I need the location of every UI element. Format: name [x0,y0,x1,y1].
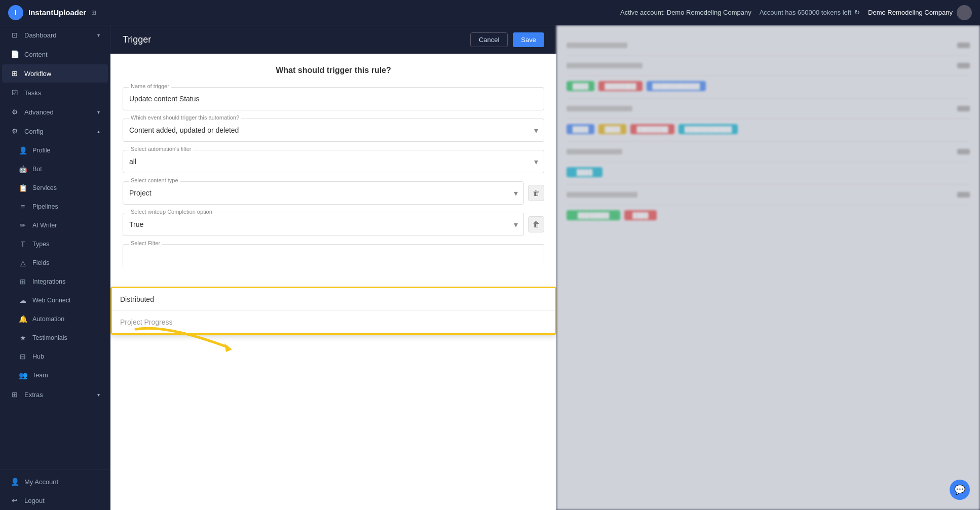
blurred-value-2 [957,63,970,68]
topbar-left: I InstantUploader ⊞ [8,5,96,20]
sidebar-item-automation[interactable]: 🔔 Automation [6,310,108,328]
blurred-row-5 [567,185,970,205]
trigger-title: Trigger [123,34,151,45]
name-input[interactable] [123,87,544,110]
filter-select[interactable]: all [123,150,544,173]
sidebar-item-content[interactable]: 📄 Content [2,45,108,63]
event-select[interactable]: Content added, updated or deleted [123,119,544,142]
sidebar-item-extras[interactable]: ⊞ Extras ▾ [2,385,108,404]
refresh-icon[interactable]: ↻ [854,9,860,16]
sidebar-item-hub[interactable]: ⊟ Hub [6,347,108,366]
filter-select-wrapper: all [123,150,544,173]
trigger-header: Trigger Cancel Save [110,25,556,54]
filter2-input[interactable] [123,244,544,267]
filter2-label: Select Filter [129,240,162,246]
sidebar-item-advanced[interactable]: ⚙ Advanced ▾ [2,103,108,121]
trigger-header-buttons: Cancel Save [470,32,544,47]
sidebar-item-web-connect[interactable]: ☁ Web Connect [6,291,108,309]
blurred-title-1 [567,43,627,48]
hub-icon: ⊟ [18,352,27,361]
filter-label: Select automation's filter [129,146,194,152]
sidebar-label-workflow: Workflow [24,70,51,77]
logo-icon: I [8,5,23,20]
blurred-value-5 [957,192,970,198]
content-type-select-wrapper: Project [123,181,524,205]
sidebar-label-ai-writer: AI Writer [32,222,57,229]
advanced-icon: ⚙ [10,108,19,116]
save-button[interactable]: Save [513,32,544,47]
modal-area: Trigger Cancel Save What should trigger … [110,25,980,510]
sidebar-item-services[interactable]: 📋 Services [6,179,108,197]
sidebar-label-logout: Logout [24,497,45,504]
sidebar-item-dashboard[interactable]: ⊡ Dashboard ▾ [2,26,108,44]
blurred-tags-row-4: ████████ ████ [567,205,970,227]
brand-name: InstantUploader [28,8,86,17]
delete-writeup-button[interactable]: 🗑 [528,216,544,232]
tag-yellow-1: ████ [598,124,626,134]
workflow-icon: ⊞ [10,69,19,77]
fields-icon: △ [18,259,27,267]
sidebar-label-advanced: Advanced [24,108,54,116]
sidebar-item-my-account[interactable]: 👤 My Account [2,473,108,491]
sidebar-label-pipelines: Pipelines [32,203,58,210]
chevron-up-icon: ▴ [97,129,100,134]
profile-icon: 👤 [18,146,27,154]
sidebar-item-pipelines[interactable]: ≡ Pipelines [6,198,108,216]
sidebar-bottom: 👤 My Account ↩ Logout [0,469,110,510]
sidebar-label-fields: Fields [32,259,49,266]
sidebar-label-integrations: Integrations [32,278,65,285]
ai-writer-icon: ✏ [18,221,27,229]
sidebar-item-testimonials[interactable]: ★ Testimonials [6,329,108,347]
writeup-select[interactable]: True [123,213,524,236]
chat-bubble[interactable]: 💬 [950,480,970,500]
writeup-label: Select writeup Completion option [129,209,214,215]
sidebar-label-services: Services [32,184,57,191]
pin-icon[interactable]: ⊞ [91,9,96,16]
writeup-select-wrapper: True [123,213,524,236]
sidebar-item-tasks[interactable]: ☑ Tasks [2,84,108,102]
content-area: Trigger Cancel Save What should trigger … [110,25,980,510]
sidebar-item-workflow[interactable]: ⊞ Workflow [2,64,108,83]
sidebar-label-content: Content [24,51,48,58]
tag-cyan-1: ████████████ [679,124,738,134]
sidebar-label-config: Config [24,128,44,135]
sidebar-label-web-connect: Web Connect [32,297,71,304]
sidebar-item-fields[interactable]: △ Fields [6,254,108,272]
tag-red-2: ████████ [630,124,674,134]
right-blurred-panel: ████ ████████ ████████████ ████ ████ ███… [556,25,980,510]
sidebar-item-profile[interactable]: 👤 Profile [6,141,108,160]
avatar [957,5,972,20]
blurred-title-3 [567,106,632,111]
blurred-row-2 [567,56,970,76]
form-group-filter2: Select Filter [123,244,544,267]
topbar-right: Active account: Demo Remodeling Company … [620,5,972,20]
event-label: Which event should trigger this automati… [129,114,241,121]
sidebar-item-logout[interactable]: ↩ Logout [2,491,108,509]
blurred-value-1 [957,43,970,48]
sidebar-item-bot[interactable]: 🤖 Bot [6,160,108,178]
form-group-content-type: Select content type Project 🗑 [123,181,544,205]
config-submenu: 👤 Profile 🤖 Bot 📋 Services ≡ Pipelines ✏… [0,141,110,385]
dropdown-item-distributed[interactable]: Distributed [112,288,555,310]
delete-content-type-button[interactable]: 🗑 [528,185,544,201]
sidebar-item-ai-writer[interactable]: ✏ AI Writer [6,216,108,234]
form-group-filter: Select automation's filter all [123,150,544,173]
content-type-label: Select content type [129,177,180,183]
sidebar-item-integrations[interactable]: ⊞ Integrations [6,272,108,291]
blurred-row-4 [567,142,970,162]
writeup-row: True 🗑 [123,213,544,236]
blurred-tags-row-1: ████ ████████ ████████████ [567,76,970,99]
dropdown-item-project-progress[interactable]: Project Progress [112,310,555,333]
sidebar-item-team[interactable]: 👥 Team [6,366,108,384]
blurred-value-3 [957,106,970,111]
content-type-select[interactable]: Project [123,181,524,205]
tag-red-1: ████████ [598,81,642,91]
pipelines-icon: ≡ [18,203,27,211]
cancel-button[interactable]: Cancel [470,32,508,47]
sidebar-item-types[interactable]: T Types [6,235,108,253]
sidebar-item-config[interactable]: ⚙ Config ▴ [2,122,108,140]
blurred-tags-row-2: ████ ████ ████████ ████████████ [567,119,970,142]
trigger-form: What should trigger this rule? Name of t… [110,54,556,510]
types-icon: T [18,240,27,248]
sidebar-label-hub: Hub [32,353,44,360]
